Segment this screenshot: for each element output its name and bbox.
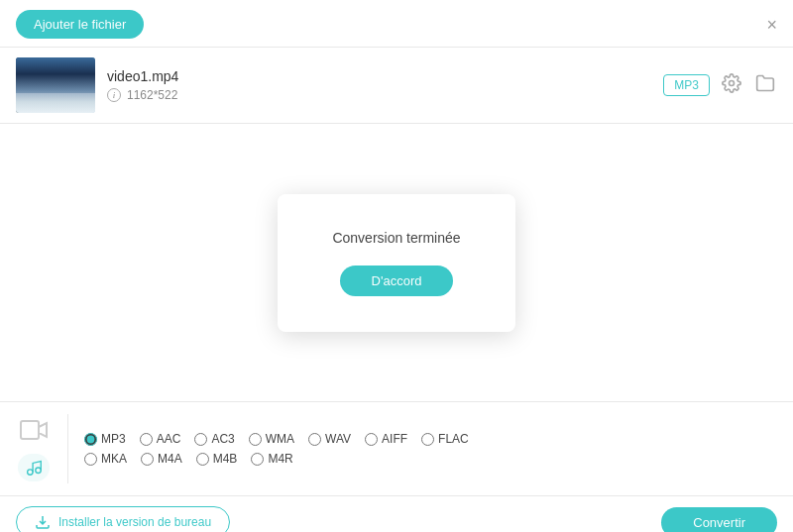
file-name: video1.mp4: [107, 68, 651, 84]
top-bar: Ajouter le fichier ×: [0, 0, 793, 48]
ok-button[interactable]: D'accord: [340, 266, 454, 296]
format-ac3[interactable]: AC3: [194, 432, 234, 446]
add-file-button[interactable]: Ajouter le fichier: [16, 10, 144, 39]
audio-tab-button[interactable]: [16, 452, 52, 483]
format-row-2: MKA M4A M4B M4R: [84, 452, 469, 466]
format-aiff[interactable]: AIFF: [365, 432, 407, 446]
format-aac[interactable]: AAC: [140, 432, 181, 446]
file-meta: i 1162*522: [107, 88, 651, 102]
format-m4b[interactable]: M4B: [196, 452, 238, 466]
format-m4r[interactable]: M4R: [251, 452, 292, 466]
file-row: video1.mp4 i 1162*522 MP3: [0, 48, 793, 124]
format-options: MP3 AAC AC3 WMA WAV AIFF FLAC: [84, 432, 469, 466]
dialog-title: Conversion terminée: [325, 230, 468, 246]
format-badge: MP3: [663, 74, 710, 96]
folder-button[interactable]: [753, 71, 777, 100]
video-icon: [18, 416, 50, 444]
download-icon: [35, 514, 51, 530]
svg-point-2: [28, 470, 33, 475]
format-row-1: MP3 AAC AC3 WMA WAV AIFF FLAC: [84, 432, 469, 446]
gear-icon: [722, 73, 741, 93]
bottom-bar: Installer la version de bureau Convertir: [0, 495, 793, 532]
file-info: video1.mp4 i 1162*522: [107, 68, 651, 102]
folder-icon: [755, 73, 775, 93]
install-label: Installer la version de bureau: [58, 515, 211, 529]
file-resolution: 1162*522: [127, 88, 177, 102]
svg-rect-1: [21, 421, 39, 439]
main-area: Conversion terminée D'accord: [0, 124, 793, 401]
dialog-overlay: Conversion terminée D'accord: [0, 124, 793, 401]
svg-point-0: [730, 80, 735, 85]
audio-icon: [18, 454, 50, 481]
format-mp3[interactable]: MP3: [84, 432, 126, 446]
dialog-box: Conversion terminée D'accord: [278, 194, 515, 332]
format-bar: MP3 AAC AC3 WMA WAV AIFF FLAC: [0, 401, 793, 495]
format-mka[interactable]: MKA: [84, 452, 127, 466]
convert-button[interactable]: Convertir: [661, 507, 777, 533]
format-flac[interactable]: FLAC: [421, 432, 469, 446]
format-wav[interactable]: WAV: [308, 432, 351, 446]
file-actions: MP3: [663, 71, 777, 100]
video-thumbnail: [16, 57, 95, 113]
settings-button[interactable]: [720, 71, 743, 100]
format-m4a[interactable]: M4A: [141, 452, 182, 466]
format-icon-group: [16, 414, 68, 483]
video-tab-button[interactable]: [16, 414, 52, 446]
info-icon: i: [107, 88, 121, 102]
install-desktop-button[interactable]: Installer la version de bureau: [16, 506, 230, 532]
format-wma[interactable]: WMA: [249, 432, 294, 446]
close-button[interactable]: ×: [766, 16, 777, 34]
svg-point-3: [36, 468, 41, 473]
